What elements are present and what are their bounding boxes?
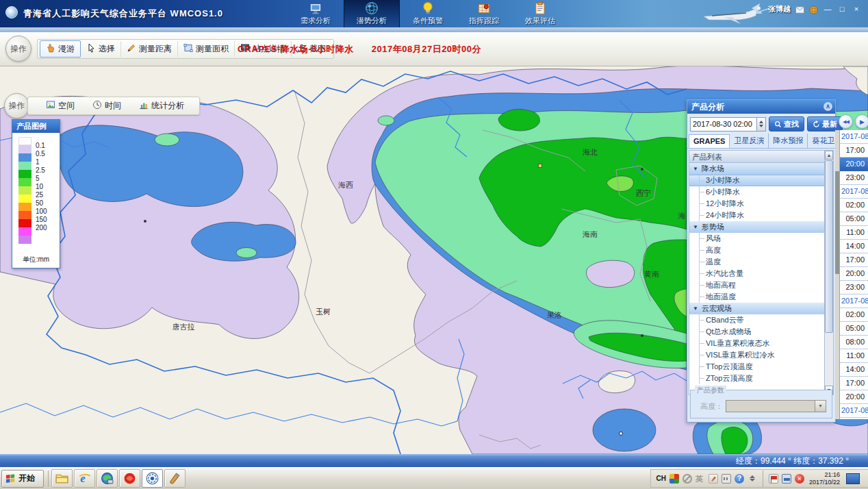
panel-title: 产品分析 <box>691 102 724 112</box>
quicklaunch-redapp-icon[interactable] <box>119 469 140 488</box>
quicklaunch-paint-icon[interactable] <box>164 469 186 488</box>
tree-item-ZTop云顶高度[interactable]: ZTop云顶高度 <box>689 373 824 384</box>
monitor-icon <box>309 1 322 15</box>
flag-tray-icon[interactable] <box>769 474 778 484</box>
tree-item-水汽比含量[interactable]: 水汽比含量 <box>689 268 824 279</box>
time-list-date[interactable]: 2017-08- <box>840 130 868 144</box>
time-list-item[interactable]: 05:00 <box>840 212 868 226</box>
ime-grid-icon[interactable] <box>669 474 679 484</box>
time-next-button[interactable]: ▶ <box>855 114 868 129</box>
tree-item-温度[interactable]: 温度 <box>689 256 824 268</box>
time-list-date[interactable]: 2017-08- <box>840 185 868 199</box>
help-icon[interactable]: ? <box>735 474 744 484</box>
time-list-item[interactable]: 20:00 <box>840 158 868 171</box>
tab-降水预报[interactable]: 降水预报 <box>769 134 808 148</box>
mail-icon[interactable] <box>795 5 804 14</box>
taskbar-clock[interactable]: 21:16 2017/10/22 <box>808 471 841 486</box>
nav-item-需求分析[interactable]: 需求分析 <box>288 0 344 27</box>
time-list-item[interactable]: 20:00 <box>840 267 868 281</box>
analysis-tool-时间[interactable]: 时间 <box>84 98 129 114</box>
product-list-scrollbar[interactable]: ▲ ▼ <box>824 151 833 394</box>
close-button[interactable]: × <box>852 4 861 14</box>
time-list-item[interactable]: 02:00 <box>840 199 868 212</box>
start-button[interactable]: 开始 <box>1 470 44 488</box>
time-list-date[interactable]: 2017-08- <box>840 294 868 308</box>
tree-item-高度[interactable]: 高度 <box>689 244 824 256</box>
tree-item-VIL垂直累积液态水[interactable]: VIL垂直累积液态水 <box>689 338 824 349</box>
height-dropdown[interactable]: ▼ <box>726 400 826 412</box>
tab-GRAPES[interactable]: GRAPES <box>689 134 730 148</box>
tree-item-CBand云带[interactable]: CBand云带 <box>689 314 824 326</box>
map-operate-button[interactable]: 操作 <box>4 93 29 118</box>
analysis-tool-空间[interactable]: 空间 <box>38 98 83 114</box>
current-product-title: GRAPES-降水场-3小时降水2017年08月27日20时00分 <box>238 43 499 55</box>
keyboard-icon[interactable] <box>722 474 731 484</box>
time-list-item[interactable]: 08:00 <box>840 336 868 349</box>
quicklaunch-folder-icon[interactable] <box>51 469 73 488</box>
scroll-up-icon[interactable]: ▲ <box>825 151 833 160</box>
quicklaunch-world-icon[interactable] <box>97 469 118 488</box>
disabled-icon[interactable] <box>682 474 692 484</box>
network-tray-icon[interactable] <box>782 474 791 484</box>
time-list-item[interactable]: 17:00 <box>840 377 868 390</box>
time-list-item[interactable]: 11:00 <box>840 226 868 240</box>
datetime-spinner[interactable] <box>756 117 766 131</box>
nav-item-效果评估[interactable]: 效果评估 <box>512 0 568 27</box>
handwriting-icon[interactable] <box>709 474 718 484</box>
username[interactable]: 张博越 <box>768 4 791 14</box>
tool-选择[interactable]: 选择 <box>81 41 121 57</box>
time-list-item[interactable]: 17:00 <box>840 253 868 267</box>
tree-item-12小时降水[interactable]: 12小时降水 <box>689 198 824 210</box>
bulb-icon <box>421 1 435 15</box>
network-globe-icon[interactable] <box>809 5 818 14</box>
tree-group-形势场[interactable]: ▼形势场 <box>689 221 824 233</box>
time-list-item[interactable]: 14:00 <box>840 363 868 377</box>
tab-卫星反演[interactable]: 卫星反演 <box>730 134 769 148</box>
ime-options-icon[interactable] <box>748 474 757 484</box>
tree-item-Qt总水成物场[interactable]: Qt总水成物场 <box>689 326 824 338</box>
analysis-tool-统计分析[interactable]: 统计分析 <box>131 98 192 114</box>
show-desktop-button[interactable] <box>846 473 860 484</box>
latest-button[interactable]: 最新 <box>807 116 843 131</box>
tool-漫游[interactable]: 漫游 <box>40 40 81 58</box>
operate-button[interactable]: 操作 <box>5 36 31 62</box>
tree-item-地面高程[interactable]: 地面高程 <box>689 279 824 291</box>
tool-测量距离[interactable]: 测量距离 <box>121 41 178 57</box>
time-list-item[interactable]: 23:00 <box>840 281 868 294</box>
nav-item-指挥跟踪[interactable]: 指挥跟踪 <box>456 0 512 27</box>
lang-indicator[interactable]: CH <box>656 475 666 482</box>
maximize-button[interactable]: □ <box>837 4 847 14</box>
datetime-input[interactable]: 2017-08-30 02:00 <box>690 117 756 131</box>
region-label-唐古拉: 唐古拉 <box>173 322 195 332</box>
tree-item-24小时降水[interactable]: 24小时降水 <box>689 210 824 221</box>
quicklaunch-ie-icon[interactable]: e <box>74 469 95 488</box>
lang-en-icon[interactable]: 英 <box>695 474 705 484</box>
tree-item-风场[interactable]: 风场 <box>689 233 824 244</box>
time-list-item[interactable]: 11:00 <box>840 349 868 363</box>
tree-item-VISL垂直累积过冷水[interactable]: VISL垂直累积过冷水 <box>689 349 824 361</box>
legend-swatch <box>18 145 31 153</box>
tree-item-地面温度[interactable]: 地面温度 <box>689 291 824 303</box>
tree-group-降水场[interactable]: ▼降水场 <box>689 163 824 175</box>
tree-item-3小时降水[interactable]: 3小时降水 <box>689 175 824 186</box>
time-list-item[interactable]: 17:00 <box>840 144 868 158</box>
search-button[interactable]: 查找 <box>769 116 804 131</box>
tree-item-TTop云顶温度[interactable]: TTop云顶温度 <box>689 361 824 373</box>
nav-item-条件预警[interactable]: 条件预警 <box>400 0 456 27</box>
scroll-thumb[interactable] <box>825 160 833 333</box>
mute-icon[interactable]: × <box>795 474 804 484</box>
time-list-item[interactable]: 02:00 <box>840 308 868 322</box>
nav-item-潜势分析[interactable]: 潜势分析 <box>344 0 400 27</box>
time-list-item[interactable]: 14:00 <box>840 240 868 253</box>
time-list-item[interactable]: 05:00 <box>840 322 868 336</box>
time-prev-button[interactable]: ◀◀ <box>839 114 853 129</box>
tree-group-云宏观场[interactable]: ▼云宏观场 <box>689 303 824 314</box>
quicklaunch-gearapp-icon[interactable] <box>142 469 163 488</box>
minimize-button[interactable]: — <box>823 4 832 14</box>
time-list-item[interactable]: 20:00 <box>840 390 868 404</box>
tool-测量面积[interactable]: 测量面积 <box>178 41 235 57</box>
time-list-item[interactable]: 23:00 <box>840 171 868 185</box>
collapse-icon[interactable]: ∧ <box>824 102 832 111</box>
tree-item-6小时降水[interactable]: 6小时降水 <box>689 186 824 198</box>
time-list-date[interactable]: 2017-08- <box>840 404 868 418</box>
